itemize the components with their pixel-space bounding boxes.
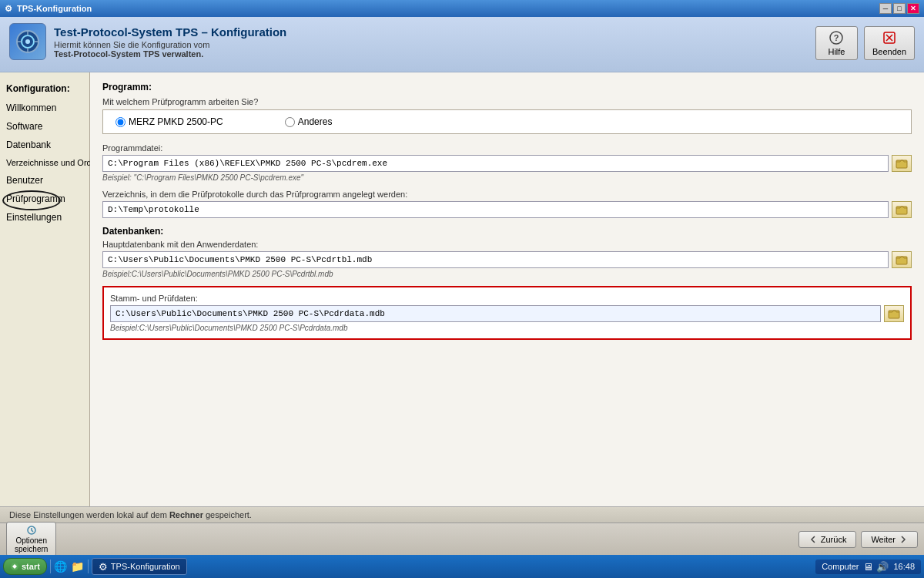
svg-rect-9: [889, 311, 899, 318]
toolbar-right: Zurück Weiter: [798, 531, 918, 548]
title-bar-left: ⚙ TPS-Konfiguration: [5, 4, 92, 14]
content-panel: Programm: Mit welchem Prüfprogramm arbei…: [90, 72, 924, 506]
field-group-programmdatei: Programmdatei: Beispiel: "C:\Program Fil…: [102, 143, 912, 182]
taskbar: start 🌐 📁 ⚙ TPS-Konfiguration Computer 🖥…: [0, 555, 924, 578]
radio-group: MERZ PMKD 2500-PC Anderes: [102, 109, 912, 134]
ql-explorer-icon[interactable]: 📁: [71, 560, 85, 573]
network-icon: 🖥: [863, 561, 873, 573]
svg-rect-6: [896, 160, 907, 168]
sys-icons: 🖥 🔊: [863, 561, 889, 573]
stammdb-input[interactable]: [110, 305, 881, 322]
section-programm-title: Programm:: [102, 82, 912, 92]
stammdb-browse-button[interactable]: [884, 305, 904, 322]
title-bar-icon: ⚙: [5, 4, 12, 14]
verzeichnis-input[interactable]: [102, 201, 889, 218]
title-bar-controls: ─ □ ✕: [879, 3, 919, 14]
taskbar-time: 16:48: [893, 562, 915, 571]
sidebar: Konfiguration: Willkommen Software Daten…: [0, 72, 90, 506]
maximize-button[interactable]: □: [893, 3, 906, 14]
sidebar-item-benutzer[interactable]: Benutzer: [0, 171, 89, 190]
hauptdb-label: Hauptdatenbank mit den Anwenderdaten:: [102, 240, 912, 249]
hauptdb-row: [102, 251, 912, 268]
toolbar-left: Optionen speichern: [6, 522, 56, 556]
hauptdb-input[interactable]: [102, 251, 889, 268]
bottom-bar: Diese Einstellungen werden lokal auf dem…: [0, 506, 924, 523]
verzeichnis-browse-button[interactable]: [892, 201, 912, 218]
svg-point-2: [25, 39, 30, 44]
hauptdb-browse-button[interactable]: [892, 251, 912, 268]
programmdatei-label: Programmdatei:: [102, 143, 912, 153]
help-button[interactable]: ? Hilfe: [815, 26, 858, 60]
svg-text:?: ?: [834, 33, 839, 42]
save-options-button[interactable]: Optionen speichern: [6, 522, 56, 556]
verzeichnis-label: Verzeichnis, in dem die Prüfprotokolle d…: [102, 190, 912, 199]
section-datenbanken-title: Datenbanken:: [102, 226, 912, 237]
quick-launch: 🌐 📁: [50, 560, 89, 573]
highlight-box-stammdb: Stamm- und Prüfdaten: Beispiel:C:\Users\…: [102, 286, 912, 340]
stammdb-label: Stamm- und Prüfdaten:: [110, 294, 904, 303]
ql-ie-icon[interactable]: 🌐: [54, 560, 68, 573]
save-options-label: Optionen speichern: [15, 536, 48, 553]
programmdatei-input[interactable]: [102, 155, 889, 172]
main-content: Konfiguration: Willkommen Software Daten…: [0, 72, 924, 506]
radio-merz[interactable]: MERZ PMKD 2500-PC: [116, 116, 223, 127]
sidebar-header: Konfiguration:: [0, 80, 89, 99]
svg-rect-7: [896, 207, 907, 214]
field-group-verzeichnis: Verzeichnis, in dem die Prüfprotokolle d…: [102, 190, 912, 218]
sidebar-item-datenbank[interactable]: Datenbank: [0, 136, 89, 154]
programmdatei-browse-button[interactable]: [892, 155, 912, 172]
app-header-title: Test-Protocol-System TPS – Konfiguration: [54, 25, 286, 39]
field-group-hauptdb: Hauptdatenbank mit den Anwenderdaten: Be…: [102, 240, 912, 278]
close-button[interactable]: ✕: [907, 3, 919, 14]
radio-anderes[interactable]: Anderes: [285, 116, 333, 127]
taskbar-right: Computer 🖥 🔊 16:48: [815, 560, 921, 574]
sidebar-item-pruefprogramm[interactable]: Prüfprogramm: [0, 190, 89, 208]
sidebar-item-willkommen[interactable]: Willkommen: [0, 99, 89, 117]
title-bar-text: TPS-Konfiguration: [17, 4, 92, 13]
app-header-subtitle: Hiermit können Sie die Konfiguration vom…: [54, 40, 286, 59]
app-container: Test-Protocol-System TPS – Konfiguration…: [0, 17, 924, 555]
stammdb-example: Beispiel:C:\Users\Public\Documents\PMKD …: [110, 324, 904, 332]
app-logo: [9, 23, 46, 60]
sidebar-item-software[interactable]: Software: [0, 117, 89, 136]
programmdatei-example: Beispiel: "C:\Program Files\PMKD 2500 PC…: [102, 173, 912, 182]
app-header-text: Test-Protocol-System TPS – Konfiguration…: [54, 25, 286, 59]
toolbar-bottom: Optionen speichern Zurück Weiter: [0, 523, 924, 555]
minimize-button[interactable]: ─: [879, 3, 892, 14]
sound-icon: 🔊: [876, 561, 889, 573]
taskbar-left: start 🌐 📁 ⚙ TPS-Konfiguration: [3, 558, 187, 575]
verzeichnis-row: [102, 201, 912, 218]
header-buttons: ? Hilfe Beenden: [815, 23, 915, 60]
stammdb-row: [110, 305, 904, 322]
sidebar-item-verzeichnisse[interactable]: Verzeichnisse und Ordner: [0, 154, 89, 171]
app-header-left: Test-Protocol-System TPS – Konfiguration…: [9, 23, 286, 60]
taskbar-program[interactable]: ⚙ TPS-Konfiguration: [92, 558, 187, 575]
radio-question: Mit welchem Prüfprogramm arbeiten Sie?: [102, 97, 912, 106]
close-app-button[interactable]: Beenden: [864, 26, 915, 60]
back-button[interactable]: Zurück: [798, 531, 857, 548]
computer-label: Computer: [822, 562, 859, 571]
title-bar: ⚙ TPS-Konfiguration ─ □ ✕: [0, 0, 924, 17]
sidebar-item-einstellungen[interactable]: Einstellungen: [0, 208, 89, 227]
start-button[interactable]: start: [3, 558, 47, 575]
app-header: Test-Protocol-System TPS – Konfiguration…: [0, 17, 924, 72]
svg-rect-8: [896, 257, 907, 264]
hauptdb-example: Beispiel:C:\Users\Public\Documents\PMKD …: [102, 270, 912, 278]
next-button[interactable]: Weiter: [861, 531, 918, 548]
programmdatei-row: [102, 155, 912, 172]
